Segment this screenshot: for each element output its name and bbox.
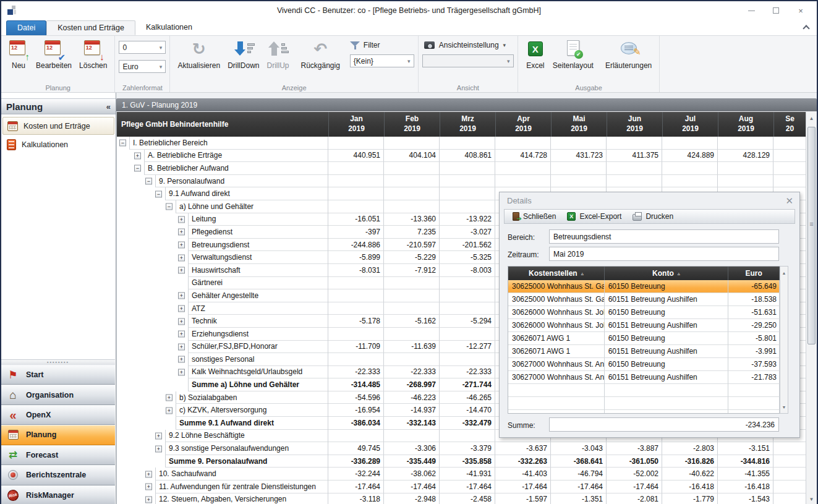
expand-toggle-icon[interactable]: + [178,318,185,325]
details-cell[interactable] [728,410,780,414]
erlaeuterungen-button[interactable]: ✎ Erläuterungen [602,38,655,71]
value-cell[interactable]: -332.143 [384,417,440,430]
value-cell[interactable] [440,137,495,150]
value-cell[interactable]: -316.826 [662,455,718,468]
value-cell[interactable]: -397 [328,226,384,239]
details-cell[interactable]: 30625000 Wohnhaus St. Gabr [508,280,605,293]
value-cell[interactable]: -3.379 [440,442,495,455]
value-cell[interactable]: -13.922 [440,213,495,226]
value-cell[interactable] [328,137,384,150]
row-label[interactable]: I. Betrieblicher Bereich [129,137,328,150]
row-label[interactable]: Summe 9.1 Aufwand direkt [176,417,328,430]
value-cell[interactable] [440,162,495,175]
value-cell[interactable] [718,162,773,175]
collapse-ribbon-icon[interactable] [803,25,809,30]
expand-toggle-icon[interactable]: + [178,293,185,299]
value-cell[interactable]: -3.027 [440,226,495,239]
value-cell[interactable] [328,328,384,341]
row-label[interactable]: Leitung [188,213,328,226]
excel-export-button[interactable]: X Excel-Export [563,211,626,222]
details-cell[interactable] [508,384,605,397]
value-cell[interactable]: -1.597 [495,493,551,504]
bereich-field[interactable]: Betreuungsdienst [549,229,779,244]
value-cell[interactable]: -5.294 [440,315,495,328]
value-cell[interactable] [607,137,662,150]
value-cell[interactable] [495,162,551,175]
value-cell[interactable] [328,302,384,315]
sidebar-item-kalkulationen[interactable]: Kalkulationen [2,135,114,153]
value-cell[interactable]: -314.485 [328,378,384,391]
value-cell[interactable]: -22.333 [440,366,495,379]
details-cell[interactable] [728,397,780,410]
row-label[interactable]: b) Sozialabgaben [176,391,328,404]
value-cell[interactable] [773,481,806,493]
expand-toggle-icon[interactable]: + [178,305,185,312]
row-label[interactable]: Betreuungsdienst [188,239,328,252]
details-row[interactable] [508,384,780,397]
value-cell[interactable]: -271.744 [440,378,495,391]
details-row[interactable] [508,397,780,410]
collapse-toggle-icon[interactable]: − [145,178,152,185]
value-cell[interactable]: -2.948 [384,493,440,504]
value-cell[interactable]: -336.289 [328,455,384,468]
value-cell[interactable]: -16.418 [662,481,718,493]
value-cell[interactable]: -16.051 [328,213,384,226]
value-cell[interactable]: -361.050 [607,455,662,468]
expand-toggle-icon[interactable]: + [178,267,185,274]
value-cell[interactable]: -332.263 [495,455,551,468]
row-label[interactable]: c) KZVK, Altersversorgung [176,404,328,417]
row-label[interactable]: 9.3 sonstige Personalaufwendungen [165,442,328,455]
value-cell[interactable]: -3.637 [495,442,551,455]
value-cell[interactable]: 404.104 [384,150,440,163]
value-cell[interactable] [773,175,806,188]
bearbeiten-button[interactable]: 12✔ Bearbeiten [32,38,75,71]
month-column-header[interactable]: Apr2019 [495,112,551,137]
value-cell[interactable] [440,328,495,341]
value-cell[interactable] [440,430,495,443]
value-cell[interactable]: -17.464 [607,481,662,493]
expand-toggle-icon[interactable]: + [178,242,185,249]
details-cell[interactable] [605,410,729,414]
minimize-button[interactable] [739,1,764,20]
excel-button[interactable]: X Excel [522,38,549,71]
nav-item-organisation[interactable]: ⌂ Organisation [1,385,115,404]
value-cell[interactable]: -40.622 [662,468,718,481]
details-cell[interactable]: 30627000 Wohnhaus St. Ann [508,358,605,371]
month-column-header[interactable]: Jan2019 [328,112,384,137]
row-label[interactable]: 9.2 Löhne Beschäftigte [165,430,328,443]
value-cell[interactable]: -3.043 [551,442,607,455]
table-row[interactable]: −B. Betrieblicher Aufwand [117,162,806,175]
value-cell[interactable]: -8.003 [440,264,495,277]
month-column-header[interactable]: Mai2019 [551,112,607,137]
table-row[interactable]: +10. Sachaufwand-32.244-38.062-41.931-41… [117,468,806,481]
value-cell[interactable] [328,289,384,302]
details-cell[interactable]: -29.250 [728,319,780,332]
drilldown-button[interactable]: DrillDown [224,38,263,71]
value-cell[interactable] [495,137,551,150]
tab-datei[interactable]: Datei [6,20,46,35]
value-cell[interactable]: -17.464 [328,481,384,493]
row-label[interactable]: 12. Steuern, Abgaben, Versicherungen [155,493,328,504]
table-row[interactable]: −I. Betrieblicher Bereich [117,137,806,150]
value-cell[interactable]: 431.723 [551,150,607,163]
value-cell[interactable] [440,353,495,366]
month-column-header[interactable]: Se20 [773,112,806,137]
value-cell[interactable] [384,200,440,213]
row-label[interactable]: 11. Aufwendungen für zentrale Dienstleis… [155,481,328,493]
value-cell[interactable] [384,430,440,443]
expand-toggle-icon[interactable]: + [166,407,173,414]
scroll-down-icon[interactable]: ▼ [806,494,817,504]
value-cell[interactable] [551,162,607,175]
value-cell[interactable]: -332.479 [440,417,495,430]
expand-toggle-icon[interactable]: + [178,229,185,236]
expand-toggle-icon[interactable]: + [178,356,185,363]
details-cell[interactable]: 30625000 Wohnhaus St. Gabr [508,293,605,306]
month-column-header[interactable]: Jun2019 [607,112,662,137]
value-cell[interactable]: -17.464 [384,481,440,493]
view-select[interactable]: ▾ [422,54,514,67]
table-row[interactable]: +A. Betriebliche Erträge440.951404.10440… [117,150,806,163]
value-cell[interactable]: 408.861 [440,150,495,163]
value-cell[interactable]: -17.464 [440,481,495,493]
details-row[interactable]: 30626071 AWG 160151 Betreuung Aushilfen-… [508,345,780,358]
value-cell[interactable]: -1.351 [551,493,607,504]
